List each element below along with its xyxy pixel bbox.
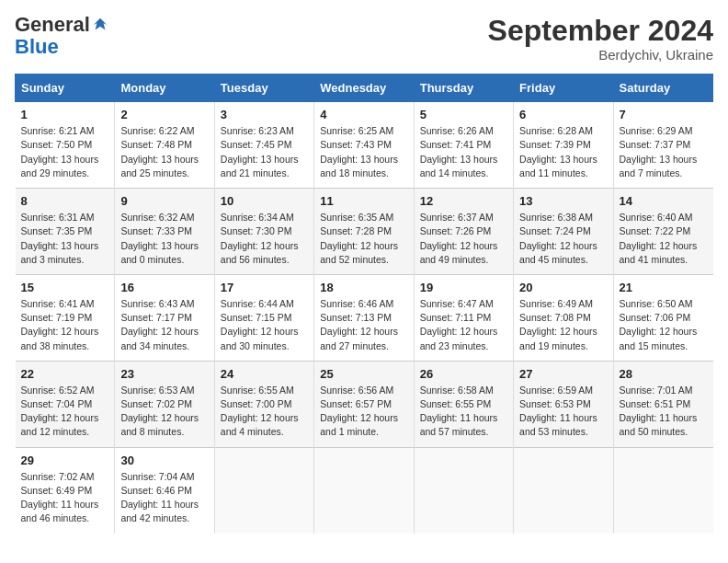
- day-number: 22: [21, 367, 109, 381]
- day-number: 17: [221, 281, 308, 294]
- day-number: 19: [420, 281, 507, 294]
- day-info: Sunrise: 7:02 AMSunset: 6:49 PMDaylight:…: [21, 470, 109, 526]
- header: General Blue September 2024 Berdychiv, U…: [15, 15, 713, 63]
- table-row: 29 Sunrise: 7:02 AMSunset: 6:49 PMDaylig…: [16, 447, 115, 533]
- day-number: 24: [221, 367, 308, 381]
- table-row: [314, 447, 414, 533]
- day-number: 25: [320, 367, 407, 381]
- day-info: Sunrise: 6:21 AMSunset: 7:50 PMDaylight:…: [21, 124, 109, 180]
- table-row: [514, 447, 613, 533]
- table-row: 24 Sunrise: 6:55 AMSunset: 7:00 PMDaylig…: [214, 361, 313, 447]
- logo: General Blue: [15, 15, 108, 59]
- calendar-week-row: 8 Sunrise: 6:31 AMSunset: 7:35 PMDayligh…: [16, 189, 713, 275]
- table-row: [214, 447, 313, 533]
- title-block: September 2024 Berdychiv, Ukraine: [488, 15, 713, 63]
- day-number: 30: [120, 454, 208, 467]
- day-number: 21: [620, 281, 708, 294]
- day-number: 2: [120, 108, 208, 121]
- day-info: Sunrise: 6:35 AMSunset: 7:28 PMDaylight:…: [320, 211, 407, 267]
- day-info: Sunrise: 6:25 AMSunset: 7:43 PMDaylight:…: [320, 124, 407, 180]
- col-wednesday: Wednesday: [314, 75, 414, 102]
- calendar-table: Sunday Monday Tuesday Wednesday Thursday…: [15, 74, 713, 533]
- day-number: 1: [21, 108, 109, 121]
- calendar-subtitle: Berdychiv, Ukraine: [488, 47, 713, 63]
- table-row: 6 Sunrise: 6:28 AMSunset: 7:39 PMDayligh…: [514, 102, 613, 189]
- day-number: 9: [120, 194, 208, 208]
- table-row: 20 Sunrise: 6:49 AMSunset: 7:08 PMDaylig…: [514, 274, 613, 361]
- table-row: 10 Sunrise: 6:34 AMSunset: 7:30 PMDaylig…: [214, 189, 313, 275]
- table-row: 13 Sunrise: 6:38 AMSunset: 7:24 PMDaylig…: [514, 189, 613, 275]
- day-info: Sunrise: 7:04 AMSunset: 6:46 PMDaylight:…: [120, 470, 208, 526]
- table-row: 23 Sunrise: 6:53 AMSunset: 7:02 PMDaylig…: [115, 361, 214, 447]
- day-number: 13: [519, 194, 607, 208]
- day-info: Sunrise: 6:41 AMSunset: 7:19 PMDaylight:…: [21, 297, 109, 353]
- col-tuesday: Tuesday: [214, 75, 313, 102]
- table-row: 2 Sunrise: 6:22 AMSunset: 7:48 PMDayligh…: [115, 102, 214, 189]
- table-row: 12 Sunrise: 6:37 AMSunset: 7:26 PMDaylig…: [414, 189, 513, 275]
- calendar-title: September 2024: [488, 15, 713, 47]
- day-number: 20: [519, 281, 607, 294]
- day-info: Sunrise: 6:56 AMSunset: 6:57 PMDaylight:…: [320, 384, 407, 440]
- table-row: 14 Sunrise: 6:40 AMSunset: 7:22 PMDaylig…: [613, 189, 712, 275]
- table-row: 11 Sunrise: 6:35 AMSunset: 7:28 PMDaylig…: [314, 189, 414, 275]
- table-row: 28 Sunrise: 7:01 AMSunset: 6:51 PMDaylig…: [613, 361, 712, 447]
- table-row: 3 Sunrise: 6:23 AMSunset: 7:45 PMDayligh…: [214, 102, 313, 189]
- day-number: 5: [420, 108, 507, 121]
- calendar-header-row: Sunday Monday Tuesday Wednesday Thursday…: [16, 75, 713, 102]
- day-number: 4: [320, 108, 407, 121]
- day-info: Sunrise: 6:32 AMSunset: 7:33 PMDaylight:…: [120, 211, 208, 267]
- col-monday: Monday: [115, 75, 214, 102]
- table-row: 9 Sunrise: 6:32 AMSunset: 7:33 PMDayligh…: [115, 189, 214, 275]
- table-row: 5 Sunrise: 6:26 AMSunset: 7:41 PMDayligh…: [414, 102, 513, 189]
- day-info: Sunrise: 6:34 AMSunset: 7:30 PMDaylight:…: [221, 211, 308, 267]
- day-number: 8: [21, 194, 109, 208]
- table-row: 22 Sunrise: 6:52 AMSunset: 7:04 PMDaylig…: [16, 361, 115, 447]
- day-number: 7: [620, 108, 708, 121]
- col-friday: Friday: [514, 75, 613, 102]
- svg-marker-0: [94, 18, 107, 30]
- day-info: Sunrise: 6:47 AMSunset: 7:11 PMDaylight:…: [420, 297, 507, 353]
- day-info: Sunrise: 7:01 AMSunset: 6:51 PMDaylight:…: [620, 384, 708, 440]
- table-row: [613, 447, 712, 533]
- logo-general: General: [15, 15, 90, 35]
- table-row: 26 Sunrise: 6:58 AMSunset: 6:55 PMDaylig…: [414, 361, 513, 447]
- day-info: Sunrise: 6:49 AMSunset: 7:08 PMDaylight:…: [519, 297, 607, 353]
- day-info: Sunrise: 6:28 AMSunset: 7:39 PMDaylight:…: [519, 124, 607, 180]
- col-saturday: Saturday: [613, 75, 712, 102]
- day-info: Sunrise: 6:29 AMSunset: 7:37 PMDaylight:…: [620, 124, 708, 180]
- day-number: 12: [420, 194, 507, 208]
- day-info: Sunrise: 6:53 AMSunset: 7:02 PMDaylight:…: [120, 384, 208, 440]
- day-info: Sunrise: 6:38 AMSunset: 7:24 PMDaylight:…: [519, 211, 607, 267]
- table-row: 15 Sunrise: 6:41 AMSunset: 7:19 PMDaylig…: [16, 274, 115, 361]
- day-number: 18: [320, 281, 407, 294]
- day-number: 6: [519, 108, 607, 121]
- table-row: 7 Sunrise: 6:29 AMSunset: 7:37 PMDayligh…: [613, 102, 712, 189]
- calendar-week-row: 1 Sunrise: 6:21 AMSunset: 7:50 PMDayligh…: [16, 102, 713, 189]
- table-row: 16 Sunrise: 6:43 AMSunset: 7:17 PMDaylig…: [115, 274, 214, 361]
- day-number: 26: [420, 367, 507, 381]
- day-info: Sunrise: 6:55 AMSunset: 7:00 PMDaylight:…: [221, 384, 308, 440]
- table-row: 19 Sunrise: 6:47 AMSunset: 7:11 PMDaylig…: [414, 274, 513, 361]
- day-info: Sunrise: 6:31 AMSunset: 7:35 PMDaylight:…: [21, 211, 109, 267]
- table-row: 8 Sunrise: 6:31 AMSunset: 7:35 PMDayligh…: [16, 189, 115, 275]
- day-number: 29: [21, 454, 109, 467]
- table-row: 17 Sunrise: 6:44 AMSunset: 7:15 PMDaylig…: [214, 274, 313, 361]
- day-info: Sunrise: 6:43 AMSunset: 7:17 PMDaylight:…: [120, 297, 208, 353]
- day-info: Sunrise: 6:44 AMSunset: 7:15 PMDaylight:…: [221, 297, 308, 353]
- col-thursday: Thursday: [414, 75, 513, 102]
- calendar-week-row: 22 Sunrise: 6:52 AMSunset: 7:04 PMDaylig…: [16, 361, 713, 447]
- day-number: 15: [21, 281, 109, 294]
- table-row: 1 Sunrise: 6:21 AMSunset: 7:50 PMDayligh…: [16, 102, 115, 189]
- logo-blue: Blue: [15, 35, 59, 58]
- day-info: Sunrise: 6:22 AMSunset: 7:48 PMDaylight:…: [120, 124, 208, 180]
- day-number: 14: [620, 194, 708, 208]
- table-row: 27 Sunrise: 6:59 AMSunset: 6:53 PMDaylig…: [514, 361, 613, 447]
- day-info: Sunrise: 6:46 AMSunset: 7:13 PMDaylight:…: [320, 297, 407, 353]
- day-info: Sunrise: 6:40 AMSunset: 7:22 PMDaylight:…: [620, 211, 708, 267]
- day-info: Sunrise: 6:23 AMSunset: 7:45 PMDaylight:…: [221, 124, 308, 180]
- logo-bird-icon: [92, 17, 108, 33]
- day-info: Sunrise: 6:26 AMSunset: 7:41 PMDaylight:…: [420, 124, 507, 180]
- table-row: 18 Sunrise: 6:46 AMSunset: 7:13 PMDaylig…: [314, 274, 414, 361]
- day-info: Sunrise: 6:58 AMSunset: 6:55 PMDaylight:…: [420, 384, 507, 440]
- day-info: Sunrise: 6:59 AMSunset: 6:53 PMDaylight:…: [519, 384, 607, 440]
